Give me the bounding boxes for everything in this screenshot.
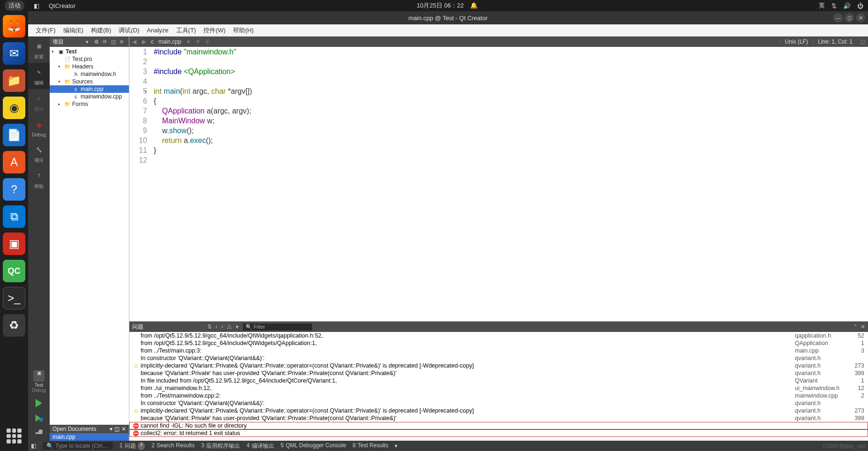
issues-list[interactable]: from /opt/Qt5.12.9/5.12.9/gcc_64/include… xyxy=(129,332,868,441)
power-icon[interactable]: ⏻ xyxy=(857,2,863,9)
dock-help[interactable]: ? xyxy=(3,178,25,201)
issue-row[interactable]: from /opt/Qt5.12.9/5.12.9/gcc_64/include… xyxy=(129,339,868,347)
editor-split-icon[interactable]: ◫ xyxy=(857,38,868,45)
mode-help[interactable]: ?帮助 xyxy=(28,166,50,193)
open-doc-main[interactable]: main.cpp xyxy=(50,433,129,441)
tree-project[interactable]: ▾▣Test xyxy=(50,48,129,55)
tree-mainwindow-cpp[interactable]: cmainwindow.cpp xyxy=(50,93,129,100)
debug-run-button[interactable] xyxy=(28,411,50,426)
dock-trash[interactable]: ♻ xyxy=(3,314,25,337)
network-icon[interactable]: ⇅ xyxy=(831,2,837,9)
editor-filename[interactable]: main.cpp xyxy=(156,38,184,45)
issues-filter-input[interactable]: 🔍 Filter xyxy=(242,323,313,331)
dock-firefox[interactable]: 🦊 xyxy=(3,15,25,38)
dock-qtcreator[interactable]: QC xyxy=(3,260,25,282)
issues-close-icon[interactable]: ✕ xyxy=(861,323,865,330)
line-ending-selector[interactable]: Unix (LF) xyxy=(780,38,813,45)
code-editor[interactable]: 12345▾6789101112 #include "mainwindow.h"… xyxy=(129,47,868,321)
tree-pro-file[interactable]: 📄Test.pro xyxy=(50,55,129,63)
status-dropdown-icon[interactable]: ▾ xyxy=(395,443,397,449)
run-button[interactable] xyxy=(28,396,50,411)
issue-row[interactable]: In constructor 'QVariant::QVariant(QVari… xyxy=(129,399,868,407)
output-tab[interactable]: 5 QML Debugger Console xyxy=(281,442,346,450)
menu-edit[interactable]: 编辑(E) xyxy=(60,26,87,35)
open-docs-close-icon[interactable]: ✕ xyxy=(121,426,126,432)
dock-show-apps[interactable] xyxy=(5,427,23,445)
menu-widgets[interactable]: 控件(W) xyxy=(200,26,229,35)
dock-thunderbird[interactable]: ✉ xyxy=(3,42,25,65)
tree-forms[interactable]: ▸📁Forms xyxy=(50,100,129,108)
output-tab[interactable]: 4 编译输出 xyxy=(247,442,274,450)
mode-project[interactable]: 🔧项目 xyxy=(28,140,50,166)
nav-back-icon[interactable]: ◀ xyxy=(129,38,139,45)
issue-row[interactable]: ⚠implicitly-declared 'QVariant::Private&… xyxy=(129,362,868,369)
issue-row[interactable]: because 'QVariant::Private' has user-pro… xyxy=(129,414,868,422)
issues-config-icon[interactable]: ⇅ xyxy=(207,323,212,330)
notification-icon[interactable]: 🔔 xyxy=(470,2,478,9)
issues-prev-icon[interactable]: ‹ xyxy=(216,323,217,330)
maximize-button[interactable]: ◻ xyxy=(845,13,854,23)
activities-button[interactable]: 活动 xyxy=(5,0,24,11)
output-tab[interactable]: 8 Test Results xyxy=(352,442,388,450)
open-docs-split-icon[interactable]: ◫ xyxy=(114,426,120,432)
mode-debug[interactable]: 🐞Debug xyxy=(28,115,50,140)
issue-row[interactable]: ⛔collect2: error: ld returned 1 exit sta… xyxy=(129,429,868,437)
minimize-button[interactable]: — xyxy=(833,13,843,23)
menu-build[interactable]: 构建(B) xyxy=(87,26,115,35)
sidebar-toggle-icon[interactable]: ◧ xyxy=(31,443,36,449)
mode-edit[interactable]: ✎编辑 xyxy=(28,63,50,89)
cursor-position[interactable]: Line: 1, Col: 1 xyxy=(813,38,857,45)
nav-forward-icon[interactable]: ▶ xyxy=(139,38,149,45)
datetime[interactable]: 10月25日 06：22 xyxy=(417,2,464,9)
volume-icon[interactable]: 🔊 xyxy=(843,2,851,9)
tree-headers[interactable]: ▾📁Headers xyxy=(50,63,129,70)
dock-software[interactable]: A xyxy=(3,151,25,173)
tree-sources[interactable]: ▾📁Sources xyxy=(50,78,129,85)
kit-selector[interactable]: ▣ Test Debug xyxy=(28,368,50,396)
locator-input[interactable]: 🔍 Type to locate (Ctrl... xyxy=(43,442,113,450)
editor-dropdown-icon[interactable]: ▾ xyxy=(184,38,193,45)
output-tab[interactable]: 2 Search Results xyxy=(151,442,195,450)
sidebar-split-icon[interactable]: ◫ xyxy=(111,39,118,45)
close-button[interactable]: ✕ xyxy=(856,13,865,23)
issue-row[interactable]: In file included from /opt/Qt5.12.9/5.12… xyxy=(129,377,868,384)
issue-row[interactable]: because 'QVariant::Private' has user-pro… xyxy=(129,369,868,377)
mode-welcome[interactable]: ▦欢迎 xyxy=(28,37,50,63)
menu-file[interactable]: 文件(F) xyxy=(32,26,60,35)
menu-debug[interactable]: 调试(D) xyxy=(115,26,143,35)
dock-writer[interactable]: 📄 xyxy=(3,124,25,146)
app-name[interactable]: QtCreator xyxy=(49,2,75,9)
issues-filter-dropdown-icon[interactable]: ▾ xyxy=(236,323,239,330)
project-tree[interactable]: ▾▣Test 📄Test.pro ▾📁Headers hmainwindow.h… xyxy=(50,47,129,425)
menu-help[interactable]: 帮助(H) xyxy=(229,26,257,35)
output-tab[interactable]: 3 应用程序输出 xyxy=(201,442,240,450)
mode-design[interactable]: ✐设计 xyxy=(28,89,50,115)
output-tab[interactable]: 1 问题 4 xyxy=(120,442,145,450)
ime-indicator[interactable]: 英 xyxy=(819,1,825,10)
editor-symbol[interactable]: # xyxy=(203,38,212,45)
issue-row[interactable]: from ./ui_mainwindow.h:12,ui_mainwindow.… xyxy=(129,384,868,392)
issues-next-icon[interactable]: › xyxy=(221,323,223,330)
sidebar-filter-icon[interactable]: ⚙ xyxy=(94,39,101,45)
dock-vscode[interactable]: ⧉ xyxy=(3,205,25,228)
dock-rhythmbox[interactable]: ◉ xyxy=(3,97,25,119)
build-button[interactable] xyxy=(28,426,50,441)
dock-files[interactable]: 📁 xyxy=(3,69,25,92)
menu-analyze[interactable]: Analyze xyxy=(143,27,172,34)
menu-tools[interactable]: 工具(T) xyxy=(172,26,200,35)
issue-row[interactable]: ⚠implicitly-declared 'QVariant::Private&… xyxy=(129,407,868,414)
issues-minimize-icon[interactable]: ⌃ xyxy=(853,323,858,330)
issue-row[interactable]: from ../Test/mainwindow.cpp:2:mainwindow… xyxy=(129,392,868,399)
sidebar-dropdown-icon[interactable]: ▾ xyxy=(86,39,92,45)
tree-main-cpp[interactable]: cmain.cpp xyxy=(50,85,129,93)
issues-filter-type-icon[interactable]: ⚠ xyxy=(227,323,232,330)
issue-row[interactable]: from /opt/Qt5.12.9/5.12.9/gcc_64/include… xyxy=(129,332,868,339)
sidebar-sync-icon[interactable]: ⟳ xyxy=(103,39,109,45)
tree-header-file[interactable]: hmainwindow.h xyxy=(50,70,129,78)
issue-row[interactable]: In constructor 'QVariant::QVariant(QVari… xyxy=(129,354,868,362)
sidebar-close-icon[interactable]: ✕ xyxy=(120,39,126,45)
issue-row[interactable]: from ../Test/main.cpp:3:main.cpp3 xyxy=(129,347,868,354)
dock-app-red[interactable]: ▣ xyxy=(3,233,25,255)
editor-close-icon[interactable]: ✕ xyxy=(193,38,203,45)
issue-row[interactable]: ⛔cannot find -lGL: No such file or direc… xyxy=(129,422,868,429)
